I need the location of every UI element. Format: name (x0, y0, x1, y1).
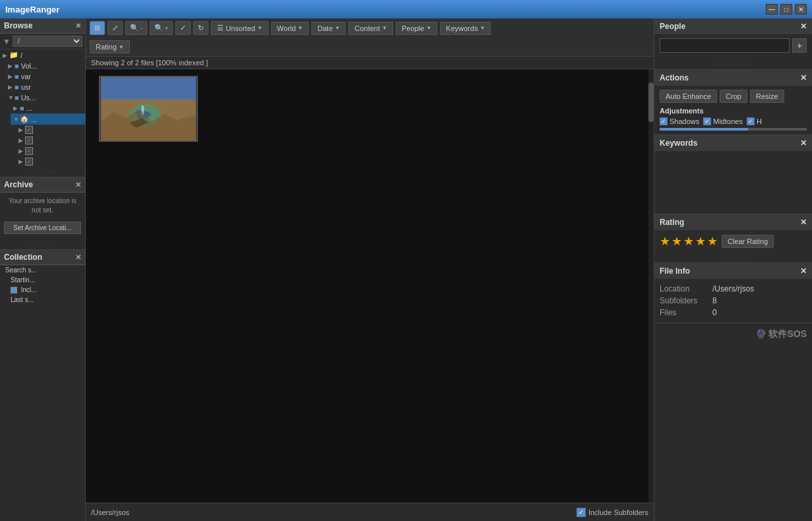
collection-item-3[interactable]: Last s... (0, 295, 85, 305)
keywords-filter-btn[interactable]: Keywords ▼ (440, 22, 491, 35)
collection-close-btn[interactable]: ✕ (75, 253, 81, 262)
browse-toolbar: ▼ / (0, 34, 85, 49)
center-area: ⊞ ⤢ 🔍- 🔍+ ✓ ↻ ☰ Unsorted ▼ W (86, 18, 654, 521)
down-arrow-icon: ▼ (3, 37, 11, 46)
sidebar: Browse ✕ ▼ / ▶ 📁 / (0, 18, 86, 521)
rating-close-btn[interactable]: ✕ (800, 218, 807, 227)
keywords-label: Keywords (660, 138, 697, 148)
check-icon: ✓ (180, 24, 186, 32)
resize-btn[interactable]: Resize (750, 90, 784, 103)
people-search-input[interactable] (660, 38, 790, 53)
people-label: People (660, 22, 685, 31)
browse-panel-header: Browse ✕ (0, 18, 85, 34)
right-panel: People ✕ + · · · · · Actions ✕ Auto Enha… (654, 18, 812, 521)
scroll-thumb[interactable] (648, 82, 654, 122)
tree-item-users[interactable]: ▼ ■ Us... (5, 92, 85, 103)
stars-container: ★ ★ ★ ★ ★ (660, 234, 718, 249)
browse-close-btn[interactable]: ✕ (75, 22, 81, 30)
content-filter-btn[interactable]: Content ▼ (348, 22, 392, 35)
bottom-bar: /Users/rjsos ✓ Include Subfolders (86, 503, 654, 521)
people-search-row: + (660, 38, 807, 53)
date-filter-label: Date (317, 24, 332, 32)
people-add-btn[interactable]: + (792, 38, 807, 53)
actions-close-btn[interactable]: ✕ (800, 73, 807, 82)
date-filter-btn[interactable]: Date ▼ (311, 22, 346, 35)
collection-item-0[interactable]: Search s... (0, 265, 85, 275)
archive-close-btn[interactable]: ✕ (75, 181, 81, 189)
tree-item-check1[interactable]: ▶ ✓ (16, 125, 85, 135)
set-archive-btn[interactable]: Set Archive Locati... (4, 222, 81, 234)
midtones-check[interactable]: ✓ Midtones (703, 117, 743, 125)
rating-filter-btn[interactable]: Rating ▼ (90, 40, 130, 53)
people-filter-btn[interactable]: People ▼ (396, 22, 437, 35)
select-btn[interactable]: ✓ (175, 21, 191, 35)
fileinfo-content: Location /Users/rjsos Subfolders 8 Files… (654, 279, 812, 322)
action-buttons-row: Auto Enhance Crop Resize (660, 90, 807, 103)
subfolders-value: 8 (712, 296, 717, 305)
app-title: ImageRanger (5, 5, 59, 15)
tree-item-dots1[interactable]: ▶ ■ ... (11, 103, 85, 113)
tree-item-var[interactable]: ▶ ■ var (5, 71, 85, 82)
shadows-label: Shadows (670, 117, 699, 125)
collection-item-1[interactable]: Startin... (0, 275, 85, 285)
current-path: /Users/rjsos (91, 508, 571, 516)
grid-view-btn[interactable]: ⊞ (90, 21, 105, 35)
tree-item-vol[interactable]: ▶ ■ Vol... (5, 61, 85, 71)
thumbnail-container[interactable] (99, 76, 198, 142)
tree-item-check3[interactable]: ▶ ✓ (16, 146, 85, 156)
fullscreen-btn[interactable]: ⤢ (108, 21, 123, 35)
star-5[interactable]: ★ (707, 234, 718, 249)
minimize-btn[interactable]: — (766, 4, 778, 15)
close-btn[interactable]: ✕ (795, 4, 807, 15)
world-arrow-icon: ▼ (297, 25, 303, 31)
fileinfo-close-btn[interactable]: ✕ (800, 266, 807, 276)
subfolder-checkbox-container[interactable]: ✓ Include Subfolders (577, 508, 648, 517)
collection-panel-header: Collection ✕ (0, 250, 85, 265)
status-bar: Showing 2 of 2 files [100% indexed ] (86, 57, 654, 69)
people-divider: · · · · · (654, 59, 812, 69)
star-2[interactable]: ★ (671, 234, 682, 249)
fileinfo-label: File Info (660, 266, 690, 276)
zoom-in-btn[interactable]: 🔍+ (150, 21, 173, 35)
people-section: People ✕ + · · · · · (654, 18, 812, 70)
star-4[interactable]: ★ (695, 234, 706, 249)
highlights-check[interactable]: ✓ H (747, 117, 762, 125)
keywords-arrow-icon: ▼ (480, 25, 485, 31)
actions-section-header: Actions ✕ (654, 70, 812, 86)
keywords-section-header: Keywords ✕ (654, 135, 812, 151)
people-close-btn[interactable]: ✕ (800, 22, 807, 31)
rotate-btn[interactable]: ↻ (193, 21, 208, 35)
star-3[interactable]: ★ (683, 234, 694, 249)
tree-item-home[interactable]: ▼ 🏠 ... (11, 113, 85, 125)
info-row-location: Location /Users/rjsos (660, 283, 807, 295)
people-filter-label: People (402, 24, 424, 32)
clear-rating-btn[interactable]: Clear Rating (722, 235, 774, 248)
subfolder-label: Include Subfolders (588, 508, 648, 516)
collection-item-2[interactable]: Incl... (0, 285, 85, 295)
tree-item-root[interactable]: ▶ 📁 / (0, 49, 85, 61)
tree-item-usr[interactable]: ▶ ■ usr (5, 82, 85, 92)
tree-item-check2[interactable]: ▶ ✓ (16, 135, 85, 146)
actions-section: Actions ✕ Auto Enhance Crop Resize Adjus… (654, 70, 812, 135)
star-1[interactable]: ★ (660, 234, 670, 249)
keywords-close-btn[interactable]: ✕ (800, 138, 807, 148)
crop-btn[interactable]: Crop (720, 90, 747, 103)
world-filter-btn[interactable]: World ▼ (271, 22, 309, 35)
rotate-icon: ↻ (198, 24, 204, 32)
zoom-out-icon: 🔍 (130, 24, 139, 32)
zoom-out-btn[interactable]: 🔍- (125, 21, 147, 35)
auto-enhance-btn[interactable]: Auto Enhance (660, 90, 717, 103)
collection-label: Collection (4, 253, 42, 262)
browse-dropdown[interactable]: / (13, 36, 82, 47)
tree-item-check4[interactable]: ▶ ✓ (16, 156, 85, 167)
date-arrow-icon: ▼ (335, 25, 340, 31)
vertical-scrollbar[interactable] (648, 69, 654, 503)
archive-panel-header: Archive ✕ (0, 177, 85, 193)
highlights-label: H (757, 117, 762, 125)
maximize-btn[interactable]: □ (780, 4, 792, 15)
adjustments-progress-bar (660, 128, 748, 131)
info-row-subfolders: Subfolders 8 (660, 295, 807, 307)
image-thumbnail[interactable] (99, 76, 198, 142)
shadows-check[interactable]: ✓ Shadows (660, 117, 699, 125)
sort-dropdown-btn[interactable]: ☰ Unsorted ▼ (211, 21, 268, 35)
